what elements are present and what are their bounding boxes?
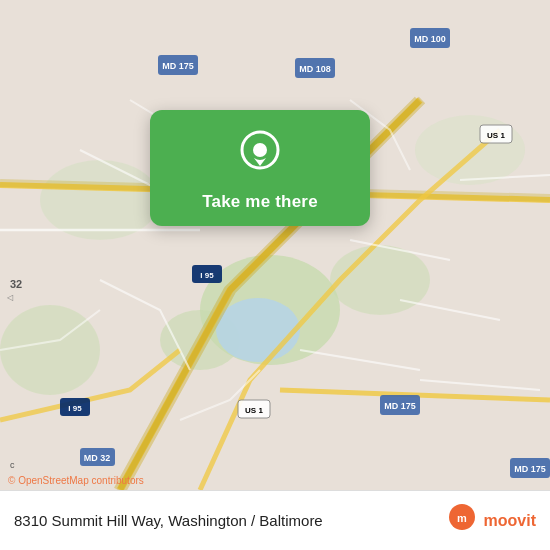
svg-text:c: c	[10, 460, 15, 470]
svg-point-6	[0, 305, 100, 395]
moovit-logo-icon: m	[444, 503, 480, 539]
svg-point-34	[253, 143, 267, 157]
map-attribution: © OpenStreetMap contributors	[8, 475, 144, 486]
address-label: 8310 Summit Hill Way, Washington / Balti…	[14, 512, 444, 529]
footer: 8310 Summit Hill Way, Washington / Balti…	[0, 490, 550, 550]
svg-text:I 95: I 95	[200, 271, 214, 280]
moovit-logo: m moovit	[444, 503, 536, 539]
svg-point-4	[40, 160, 160, 240]
svg-text:32: 32	[10, 278, 22, 290]
map-container: MD 175 MD 108 MD 100 MD 175 I 95 I 95 US…	[0, 0, 550, 490]
take-me-there-button[interactable]: Take me there	[202, 192, 318, 212]
svg-text:MD 175: MD 175	[384, 401, 416, 411]
svg-text:MD 32: MD 32	[84, 453, 111, 463]
svg-text:MD 100: MD 100	[414, 34, 446, 44]
svg-text:m: m	[457, 512, 467, 524]
svg-text:I 95: I 95	[68, 404, 82, 413]
location-card[interactable]: Take me there	[150, 110, 370, 226]
svg-text:MD 108: MD 108	[299, 64, 331, 74]
svg-text:MD 175: MD 175	[162, 61, 194, 71]
moovit-text: moovit	[484, 512, 536, 530]
svg-text:US 1: US 1	[245, 406, 263, 415]
svg-text:US 1: US 1	[487, 131, 505, 140]
svg-point-3	[330, 245, 430, 315]
svg-text:MD 175: MD 175	[514, 464, 546, 474]
svg-point-7	[216, 298, 300, 362]
pin-icon	[234, 128, 286, 180]
svg-text:◁: ◁	[7, 293, 14, 302]
